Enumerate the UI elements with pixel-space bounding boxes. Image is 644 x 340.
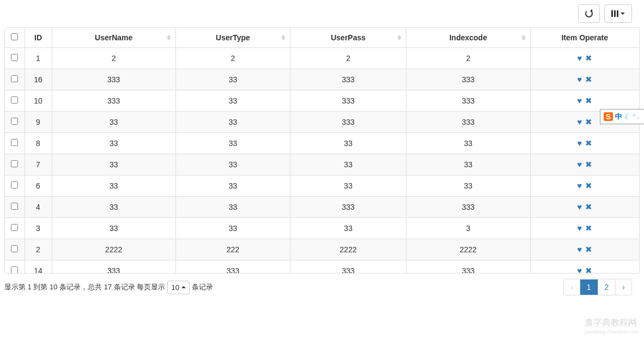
header-username[interactable]: UserName <box>52 28 175 48</box>
header-operate: Item Operate <box>530 28 639 48</box>
table-toolbar <box>4 4 640 23</box>
close-icon[interactable]: ✖ <box>585 117 592 127</box>
heart-icon[interactable]: ♥ <box>577 117 582 127</box>
cell-username: 33 <box>52 112 175 133</box>
header-username-label: UserName <box>95 33 132 42</box>
heart-icon[interactable]: ♥ <box>577 223 582 233</box>
heart-icon[interactable]: ♥ <box>577 96 582 106</box>
heart-icon[interactable]: ♥ <box>577 202 582 212</box>
cell-usertype: 33 <box>175 197 290 218</box>
cell-userpass: 2 <box>290 48 406 69</box>
row-checkbox[interactable] <box>11 181 18 189</box>
header-indexcode[interactable]: Indexcode <box>406 28 530 48</box>
close-icon[interactable]: ✖ <box>585 181 592 191</box>
cell-id: 16 <box>25 69 52 90</box>
row-checkbox[interactable] <box>11 203 18 210</box>
cell-userpass: 333 <box>290 260 406 274</box>
select-all-checkbox[interactable] <box>11 33 18 40</box>
columns-button[interactable] <box>604 4 632 23</box>
row-checkbox[interactable] <box>11 54 18 61</box>
pagination: ‹12› <box>563 279 632 295</box>
cell-usertype: 333 <box>175 260 290 274</box>
pagination-info-prefix: 显示第 1 到第 10 条记录，总共 17 条记录 每页显示 <box>4 282 165 292</box>
table-scroll-area[interactable]: ID UserName UserType UserPass Indexc <box>5 28 639 273</box>
table-row: 1633333333333♥✖ <box>5 69 639 90</box>
table-row: 14333333333333♥✖ <box>5 260 639 274</box>
row-checkbox[interactable] <box>11 160 18 167</box>
cell-username: 33 <box>52 218 175 239</box>
cell-usertype: 2 <box>175 48 290 69</box>
page-2[interactable]: 2 <box>598 280 616 295</box>
cell-username: 33 <box>52 197 175 218</box>
heart-icon[interactable]: ♥ <box>577 160 582 169</box>
sort-icon <box>397 35 402 40</box>
close-icon[interactable]: ✖ <box>585 245 592 254</box>
heart-icon[interactable]: ♥ <box>577 266 582 273</box>
sort-icon <box>521 35 526 40</box>
refresh-icon <box>585 10 593 17</box>
page-1[interactable]: 1 <box>580 280 598 295</box>
row-checkbox[interactable] <box>11 245 18 252</box>
cell-usertype: 33 <box>175 175 290 197</box>
page-prev[interactable]: ‹ <box>564 280 580 295</box>
cell-id: 3 <box>25 218 52 239</box>
cell-id: 14 <box>25 260 52 274</box>
header-usertype[interactable]: UserType <box>175 28 290 48</box>
cell-id: 7 <box>25 154 52 175</box>
close-icon[interactable]: ✖ <box>585 266 592 273</box>
pagination-info-suffix: 条记录 <box>192 282 213 292</box>
heart-icon[interactable]: ♥ <box>577 53 582 63</box>
table-row: 733333333♥✖ <box>5 154 639 175</box>
close-icon[interactable]: ✖ <box>585 160 592 169</box>
cell-indexcode: 2 <box>406 48 530 69</box>
data-table-container: ID UserName UserType UserPass Indexc <box>4 27 640 274</box>
heart-icon[interactable]: ♥ <box>577 138 582 148</box>
sogou-logo-icon: S <box>604 112 613 121</box>
cell-username: 2222 <box>52 239 175 260</box>
cell-username: 333 <box>52 90 175 112</box>
cell-username: 333 <box>52 69 175 90</box>
cell-indexcode: 33 <box>406 175 530 197</box>
table-row: 633333333♥✖ <box>5 175 639 197</box>
row-checkbox[interactable] <box>11 224 18 231</box>
cell-usertype: 33 <box>175 90 290 112</box>
cell-indexcode: 3 <box>406 218 530 239</box>
cell-indexcode: 333 <box>406 197 530 218</box>
cell-id: 1 <box>25 48 52 69</box>
page-next[interactable]: › <box>616 280 631 295</box>
header-userpass[interactable]: UserPass <box>290 28 406 48</box>
cell-indexcode: 33 <box>406 133 530 154</box>
cell-indexcode: 2222 <box>406 239 530 260</box>
cell-indexcode: 333 <box>406 260 530 274</box>
close-icon[interactable]: ✖ <box>585 53 592 63</box>
row-checkbox[interactable] <box>11 75 18 82</box>
close-icon[interactable]: ✖ <box>585 202 592 212</box>
page-size-select[interactable]: 10 <box>167 281 189 294</box>
row-checkbox[interactable] <box>11 118 18 125</box>
row-checkbox[interactable] <box>11 96 18 104</box>
close-icon[interactable]: ✖ <box>585 96 592 106</box>
close-icon[interactable]: ✖ <box>585 138 592 148</box>
cell-userpass: 33 <box>290 154 406 175</box>
close-icon[interactable]: ✖ <box>585 223 592 233</box>
heart-icon[interactable]: ♥ <box>577 75 582 84</box>
header-userpass-label: UserPass <box>331 33 366 42</box>
cell-usertype: 33 <box>175 133 290 154</box>
heart-icon[interactable]: ♥ <box>577 245 582 254</box>
header-usertype-label: UserType <box>216 33 250 42</box>
cell-usertype: 33 <box>175 69 290 90</box>
table-footer: 显示第 1 到第 10 条记录，总共 17 条记录 每页显示 10 条记录 ‹1… <box>4 279 640 295</box>
table-row: 93333333333♥✖ <box>5 112 639 133</box>
cell-username: 33 <box>52 133 175 154</box>
ime-punct-icon: °， <box>633 113 641 120</box>
row-checkbox[interactable] <box>11 139 18 146</box>
close-icon[interactable]: ✖ <box>585 75 592 84</box>
row-checkbox[interactable] <box>11 266 18 273</box>
cell-id: 9 <box>25 112 52 133</box>
table-row: 43333333333♥✖ <box>5 197 639 218</box>
refresh-button[interactable] <box>578 4 600 23</box>
ime-badge[interactable]: S 中 ☾ °， <box>600 109 644 124</box>
table-body: 12222♥✖1633333333333♥✖1033333333333♥✖933… <box>5 48 639 274</box>
heart-icon[interactable]: ♥ <box>577 181 582 191</box>
page-size-value: 10 <box>171 283 179 292</box>
